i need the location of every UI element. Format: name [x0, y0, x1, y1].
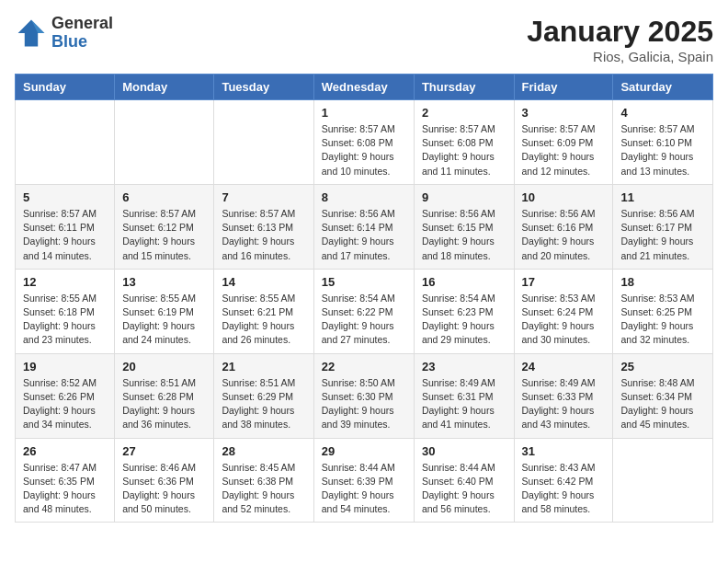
day-number: 13 — [122, 275, 206, 289]
logo-general: General — [51, 15, 113, 33]
day-number: 3 — [522, 106, 606, 120]
calendar-cell: 1Sunrise: 8:57 AM Sunset: 6:08 PM Daylig… — [313, 100, 414, 185]
day-info: Sunrise: 8:57 AM Sunset: 6:08 PM Dayligh… — [422, 122, 506, 178]
day-info: Sunrise: 8:55 AM Sunset: 6:18 PM Dayligh… — [23, 292, 107, 348]
day-number: 16 — [422, 275, 506, 289]
day-info: Sunrise: 8:46 AM Sunset: 6:36 PM Dayligh… — [122, 461, 206, 517]
day-info: Sunrise: 8:51 AM Sunset: 6:29 PM Dayligh… — [222, 376, 305, 432]
title-block: January 2025 Rios, Galicia, Spain — [527, 15, 713, 64]
day-info: Sunrise: 8:57 AM Sunset: 6:08 PM Dayligh… — [322, 122, 406, 178]
day-info: Sunrise: 8:49 AM Sunset: 6:33 PM Dayligh… — [522, 376, 606, 432]
day-number: 29 — [322, 444, 406, 458]
calendar-cell — [613, 438, 713, 523]
calendar-cell: 31Sunrise: 8:43 AM Sunset: 6:42 PM Dayli… — [514, 438, 613, 523]
day-number: 1 — [322, 106, 406, 120]
calendar-cell: 21Sunrise: 8:51 AM Sunset: 6:29 PM Dayli… — [214, 353, 313, 438]
calendar-cell: 3Sunrise: 8:57 AM Sunset: 6:09 PM Daylig… — [514, 100, 613, 185]
day-info: Sunrise: 8:44 AM Sunset: 6:40 PM Dayligh… — [422, 461, 506, 517]
header-tuesday: Tuesday — [214, 75, 313, 100]
calendar-cell: 2Sunrise: 8:57 AM Sunset: 6:08 PM Daylig… — [414, 100, 514, 185]
calendar-cell: 8Sunrise: 8:56 AM Sunset: 6:14 PM Daylig… — [313, 184, 414, 269]
calendar-cell: 9Sunrise: 8:56 AM Sunset: 6:15 PM Daylig… — [414, 184, 514, 269]
day-number: 7 — [222, 190, 305, 204]
day-info: Sunrise: 8:57 AM Sunset: 6:10 PM Dayligh… — [620, 122, 705, 178]
calendar-cell: 11Sunrise: 8:56 AM Sunset: 6:17 PM Dayli… — [613, 184, 713, 269]
day-number: 9 — [422, 190, 506, 204]
day-number: 17 — [522, 275, 606, 289]
calendar-cell: 15Sunrise: 8:54 AM Sunset: 6:22 PM Dayli… — [313, 269, 414, 353]
calendar-cell: 5Sunrise: 8:57 AM Sunset: 6:11 PM Daylig… — [16, 184, 115, 269]
day-info: Sunrise: 8:43 AM Sunset: 6:42 PM Dayligh… — [522, 461, 606, 517]
day-number: 11 — [620, 190, 705, 204]
weekday-header-row: SundayMondayTuesdayWednesdayThursdayFrid… — [16, 75, 713, 100]
header-friday: Friday — [514, 75, 613, 100]
calendar-cell: 30Sunrise: 8:44 AM Sunset: 6:40 PM Dayli… — [414, 438, 514, 523]
calendar-cell — [16, 100, 115, 185]
day-info: Sunrise: 8:50 AM Sunset: 6:30 PM Dayligh… — [322, 376, 406, 432]
day-info: Sunrise: 8:49 AM Sunset: 6:31 PM Dayligh… — [422, 376, 506, 432]
day-info: Sunrise: 8:55 AM Sunset: 6:21 PM Dayligh… — [222, 292, 305, 348]
day-info: Sunrise: 8:44 AM Sunset: 6:39 PM Dayligh… — [322, 461, 406, 517]
calendar-cell: 27Sunrise: 8:46 AM Sunset: 6:36 PM Dayli… — [115, 438, 214, 523]
calendar-cell: 20Sunrise: 8:51 AM Sunset: 6:28 PM Dayli… — [115, 353, 214, 438]
day-info: Sunrise: 8:56 AM Sunset: 6:15 PM Dayligh… — [422, 207, 506, 263]
logo-text: General Blue — [51, 15, 113, 52]
day-number: 6 — [122, 190, 206, 204]
day-number: 4 — [620, 106, 705, 120]
day-info: Sunrise: 8:47 AM Sunset: 6:35 PM Dayligh… — [23, 461, 107, 517]
week-row-4: 19Sunrise: 8:52 AM Sunset: 6:26 PM Dayli… — [16, 353, 713, 438]
day-number: 2 — [422, 106, 506, 120]
week-row-5: 26Sunrise: 8:47 AM Sunset: 6:35 PM Dayli… — [16, 438, 713, 523]
calendar-cell: 16Sunrise: 8:54 AM Sunset: 6:23 PM Dayli… — [414, 269, 514, 353]
logo: General Blue — [15, 15, 113, 52]
day-number: 8 — [322, 190, 406, 204]
day-number: 5 — [23, 190, 107, 204]
calendar-cell: 13Sunrise: 8:55 AM Sunset: 6:19 PM Dayli… — [115, 269, 214, 353]
day-info: Sunrise: 8:57 AM Sunset: 6:13 PM Dayligh… — [222, 207, 305, 263]
day-number: 21 — [222, 360, 305, 373]
calendar-cell — [115, 100, 214, 185]
day-number: 14 — [222, 275, 305, 289]
day-info: Sunrise: 8:45 AM Sunset: 6:38 PM Dayligh… — [222, 461, 305, 517]
logo-blue: Blue — [51, 33, 113, 52]
calendar-cell: 10Sunrise: 8:56 AM Sunset: 6:16 PM Dayli… — [514, 184, 613, 269]
calendar-cell: 22Sunrise: 8:50 AM Sunset: 6:30 PM Dayli… — [313, 353, 414, 438]
calendar-cell: 4Sunrise: 8:57 AM Sunset: 6:10 PM Daylig… — [613, 100, 713, 185]
calendar-cell: 25Sunrise: 8:48 AM Sunset: 6:34 PM Dayli… — [613, 353, 713, 438]
calendar-table: SundayMondayTuesdayWednesdayThursdayFrid… — [15, 74, 713, 523]
day-info: Sunrise: 8:56 AM Sunset: 6:16 PM Dayligh… — [522, 207, 606, 263]
header-thursday: Thursday — [414, 75, 514, 100]
header-sunday: Sunday — [16, 75, 115, 100]
page-header: General Blue January 2025 Rios, Galicia,… — [15, 15, 713, 64]
header-monday: Monday — [115, 75, 214, 100]
calendar-cell: 18Sunrise: 8:53 AM Sunset: 6:25 PM Dayli… — [613, 269, 713, 353]
calendar-cell: 6Sunrise: 8:57 AM Sunset: 6:12 PM Daylig… — [115, 184, 214, 269]
week-row-3: 12Sunrise: 8:55 AM Sunset: 6:18 PM Dayli… — [16, 269, 713, 353]
calendar-cell: 28Sunrise: 8:45 AM Sunset: 6:38 PM Dayli… — [214, 438, 313, 523]
calendar-title: January 2025 — [527, 15, 713, 49]
day-number: 19 — [23, 360, 107, 373]
week-row-1: 1Sunrise: 8:57 AM Sunset: 6:08 PM Daylig… — [16, 100, 713, 185]
day-info: Sunrise: 8:53 AM Sunset: 6:25 PM Dayligh… — [620, 292, 705, 348]
calendar-location: Rios, Galicia, Spain — [527, 49, 713, 64]
day-info: Sunrise: 8:54 AM Sunset: 6:23 PM Dayligh… — [422, 292, 506, 348]
day-number: 28 — [222, 444, 305, 458]
day-number: 22 — [322, 360, 406, 373]
day-number: 26 — [23, 444, 107, 458]
calendar-cell: 14Sunrise: 8:55 AM Sunset: 6:21 PM Dayli… — [214, 269, 313, 353]
calendar-cell: 17Sunrise: 8:53 AM Sunset: 6:24 PM Dayli… — [514, 269, 613, 353]
day-info: Sunrise: 8:48 AM Sunset: 6:34 PM Dayligh… — [620, 376, 705, 432]
calendar-cell: 24Sunrise: 8:49 AM Sunset: 6:33 PM Dayli… — [514, 353, 613, 438]
day-info: Sunrise: 8:57 AM Sunset: 6:11 PM Dayligh… — [23, 207, 107, 263]
day-info: Sunrise: 8:56 AM Sunset: 6:14 PM Dayligh… — [322, 207, 406, 263]
header-wednesday: Wednesday — [313, 75, 414, 100]
day-info: Sunrise: 8:54 AM Sunset: 6:22 PM Dayligh… — [322, 292, 406, 348]
calendar-cell: 7Sunrise: 8:57 AM Sunset: 6:13 PM Daylig… — [214, 184, 313, 269]
calendar-cell: 29Sunrise: 8:44 AM Sunset: 6:39 PM Dayli… — [313, 438, 414, 523]
day-info: Sunrise: 8:56 AM Sunset: 6:17 PM Dayligh… — [620, 207, 705, 263]
day-number: 24 — [522, 360, 606, 373]
day-info: Sunrise: 8:51 AM Sunset: 6:28 PM Dayligh… — [122, 376, 206, 432]
day-info: Sunrise: 8:52 AM Sunset: 6:26 PM Dayligh… — [23, 376, 107, 432]
calendar-cell: 23Sunrise: 8:49 AM Sunset: 6:31 PM Dayli… — [414, 353, 514, 438]
day-number: 18 — [620, 275, 705, 289]
